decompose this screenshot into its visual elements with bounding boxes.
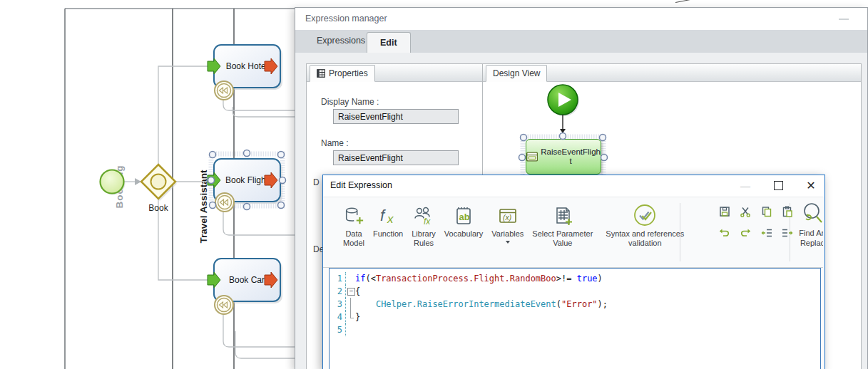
parentheses-x-icon: (x) [496, 202, 519, 229]
outdent-icon[interactable] [761, 227, 772, 241]
svg-text:(x): (x) [503, 213, 511, 222]
compensation-marker-car [215, 296, 233, 314]
cut-icon[interactable] [740, 206, 751, 220]
code-text: if(<TransactionProcess.Flight.RandomBoo>… [355, 272, 603, 285]
dialog-title: Edit Expression [330, 180, 392, 190]
fx-icon: f x [376, 202, 400, 229]
code-line: 5 [330, 323, 820, 336]
start-event[interactable] [101, 170, 124, 194]
double-check-circle-icon [632, 202, 658, 229]
fold-margin [346, 272, 355, 285]
line-number: 5 [330, 323, 346, 336]
find-and-replace-button[interactable]: Find An Replac [794, 202, 823, 248]
select-parameter-value-button[interactable]: Select Parameter Value [528, 202, 597, 247]
window-title: Expression manager [305, 14, 387, 24]
line-number: 1 [330, 272, 346, 285]
window-form-icon [526, 152, 538, 162]
copy-icon[interactable] [761, 206, 772, 220]
notebook-ab-icon: ab [452, 202, 475, 229]
name-field[interactable] [333, 150, 459, 165]
edit-expression-dialog: Edit Expression — ✕ Data Model [322, 175, 825, 369]
people-fx-icon: fx [412, 202, 435, 229]
fold-margin [346, 311, 355, 323]
screenshot-root: Booking Travel Assistant Book [0, 0, 868, 369]
code-text: { [355, 285, 360, 298]
line-number: 3 [330, 298, 346, 311]
syntax-validation-button[interactable]: Syntax and references validation [597, 202, 693, 247]
task-label: Book Hotel [226, 61, 268, 71]
svg-text:fx: fx [424, 217, 431, 227]
tab-strip: Expressions Edit [295, 30, 867, 53]
compensation-marker-flight [215, 193, 234, 212]
code-text: } [355, 311, 360, 323]
chevron-down-icon [506, 241, 510, 244]
window-titlebar[interactable]: Expression manager [295, 8, 867, 31]
dv-task-raise-event[interactable]: RaiseEventFlight [526, 139, 601, 175]
display-name-label: Display Name : [321, 97, 379, 107]
task-label: Book Car [229, 275, 265, 285]
svg-text:ab: ab [459, 212, 470, 222]
table-plus-icon [551, 202, 574, 229]
paste-icon[interactable] [782, 206, 793, 220]
fold-margin [346, 298, 355, 311]
grid-document-icon [317, 69, 325, 78]
clipped-label-description: D [313, 177, 320, 187]
svg-text:f: f [380, 207, 387, 224]
indent-icon[interactable] [782, 227, 793, 241]
gateway-label: Book [148, 203, 168, 213]
data-model-button[interactable]: Data Model [339, 202, 369, 247]
gateway-inner-circle [151, 175, 166, 189]
tab-properties[interactable]: Properties [310, 65, 375, 82]
dialog-close-button[interactable]: ✕ [799, 175, 823, 196]
code-line: 1if(<TransactionProcess.Flight.RandomBoo… [330, 272, 820, 285]
database-plus-icon [343, 202, 364, 229]
line-number: 4 [330, 311, 346, 323]
library-rules-button[interactable]: fx Library Rules [407, 202, 440, 247]
code-line: 3 CHelper.RaiseErrorIntermediateEvent("E… [330, 298, 820, 311]
ribbon-toolbar: Data Model f x Function [323, 197, 823, 268]
expression-code-editor[interactable]: 1if(<TransactionProcess.Flight.RandomBoo… [329, 268, 821, 369]
display-name-field[interactable] [333, 109, 459, 124]
undo-icon[interactable] [719, 227, 730, 241]
compensation-marker-hotel [215, 81, 233, 100]
dialog-minimize-button[interactable]: — [733, 175, 757, 196]
code-text: CHelper.RaiseErrorIntermediateEvent("Err… [355, 298, 608, 311]
maximize-icon [774, 181, 783, 190]
function-button[interactable]: f x Function [369, 202, 407, 239]
task-label: Book Flight [225, 175, 269, 185]
minimize-icon[interactable] [839, 19, 849, 20]
dv-arrowhead [560, 129, 566, 133]
save-icon[interactable] [719, 206, 730, 220]
dialog-maximize-button[interactable] [766, 175, 790, 196]
line-number: 2 [330, 285, 346, 298]
dialog-titlebar[interactable]: Edit Expression — ✕ [323, 175, 824, 197]
name-label: Name : [321, 138, 349, 148]
fold-margin [346, 323, 355, 336]
find-label-line2: Replac [794, 239, 823, 249]
code-line: 4} [330, 311, 820, 323]
tab-edit[interactable]: Edit [367, 32, 411, 53]
vocabulary-button[interactable]: ab Vocabulary [440, 202, 487, 239]
code-lines: 1if(<TransactionProcess.Flight.RandomBoo… [330, 269, 820, 336]
ribbon-divider-1 [680, 203, 680, 261]
format-group [717, 206, 795, 241]
svg-text:x: x [387, 212, 394, 226]
code-line: 2−{ [330, 285, 820, 298]
dv-task-label: RaiseEventFlight [541, 147, 601, 166]
tab-design-view[interactable]: Design View [486, 65, 547, 82]
redo-icon[interactable] [740, 227, 751, 241]
fold-margin[interactable]: − [346, 285, 355, 298]
panel-header-strip: Properties [307, 64, 486, 82]
variables-button[interactable]: (x) Variables [487, 202, 528, 244]
panel-header-strip: Design View [483, 64, 861, 82]
find-label-line1: Find An [794, 229, 823, 239]
find-replace-icon [800, 202, 823, 226]
